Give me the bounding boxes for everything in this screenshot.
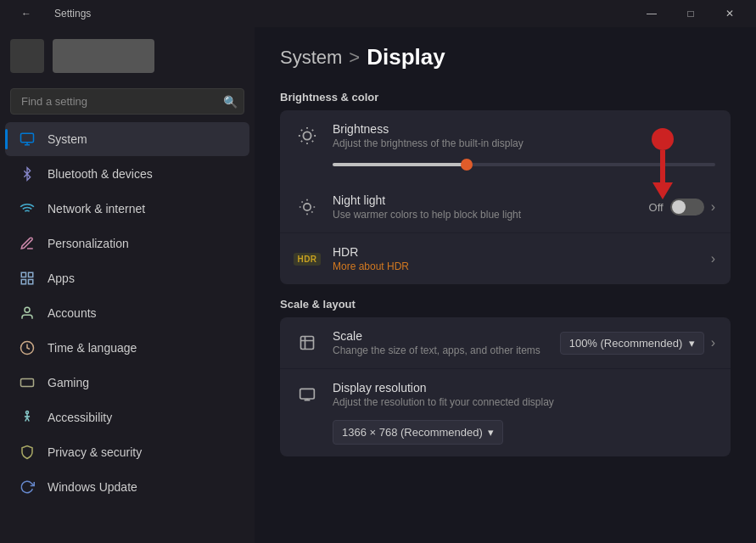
svg-point-21	[304, 204, 311, 210]
night-light-title: Night light	[333, 193, 636, 207]
brightness-slider-row	[280, 153, 731, 182]
brightness-subtitle: Adjust the brightness of the built-in di…	[333, 137, 715, 149]
sidebar-item-label: Windows Update	[48, 480, 137, 494]
avatar-small	[10, 39, 44, 73]
sidebar-item-personalization[interactable]: Personalization	[5, 227, 249, 260]
resolution-row-header: Display resolution Adjust the resolution…	[280, 369, 731, 420]
night-light-control: Off ›	[649, 199, 715, 216]
sidebar-item-label: Apps	[48, 272, 75, 285]
svg-line-25	[311, 211, 312, 212]
sidebar-item-accounts[interactable]: Accounts	[5, 296, 249, 330]
scale-title: Scale	[333, 329, 546, 343]
brightness-slider-thumb[interactable]	[461, 159, 473, 171]
resolution-row: Display resolution Adjust the resolution…	[280, 369, 731, 445]
accessibility-icon	[19, 409, 36, 426]
brightness-slider-track[interactable]	[333, 163, 715, 166]
hdr-badge: HDR	[294, 253, 320, 266]
svg-point-8	[26, 411, 29, 414]
brightness-slider-container[interactable]	[333, 163, 715, 166]
resolution-dropdown-arrow: ▾	[488, 426, 494, 439]
svg-point-5	[25, 307, 30, 312]
svg-rect-1	[21, 272, 25, 277]
sidebar-item-label: Personalization	[48, 237, 129, 250]
scale-dropdown[interactable]: 100% (Recommended) ▾	[560, 332, 704, 355]
sidebar-item-privacy[interactable]: Privacy & security	[5, 435, 249, 469]
main-container: 🔍 System Bluetooth & devi	[0, 27, 756, 543]
night-light-subtitle: Use warmer colors to help block blue lig…	[333, 209, 636, 221]
sidebar-item-gaming[interactable]: Gaming	[5, 366, 249, 400]
scale-control: 100% (Recommended) ▾ ›	[560, 332, 715, 355]
resolution-dropdown[interactable]: 1366 × 768 (Recommended) ▾	[333, 420, 503, 445]
sidebar-item-accessibility[interactable]: Accessibility	[5, 400, 249, 434]
svg-rect-4	[29, 280, 33, 284]
sidebar-profile	[0, 27, 255, 85]
sidebar-item-update[interactable]: Windows Update	[5, 470, 249, 504]
toggle-knob	[672, 200, 686, 214]
scale-chevron[interactable]: ›	[711, 335, 715, 350]
night-light-chevron[interactable]: ›	[711, 199, 715, 215]
night-light-row: Night light Use warmer colors to help bl…	[280, 182, 731, 233]
network-icon	[19, 200, 36, 217]
svg-line-24	[302, 202, 303, 203]
night-light-toggle[interactable]	[670, 199, 704, 216]
minimize-button[interactable]: —	[632, 0, 671, 27]
scale-card: Scale Change the size of text, apps, and…	[280, 317, 731, 456]
apps-icon	[19, 270, 36, 287]
breadcrumb-current: Display	[367, 44, 445, 70]
sidebar-item-apps[interactable]: Apps	[5, 261, 249, 295]
privacy-icon	[19, 444, 36, 461]
scale-text: Scale Change the size of text, apps, and…	[333, 329, 546, 356]
brightness-text: Brightness Adjust the brightness of the …	[333, 122, 715, 149]
titlebar-title: Settings	[54, 8, 91, 20]
maximize-button[interactable]: □	[671, 0, 710, 27]
sidebar-item-bluetooth[interactable]: Bluetooth & devices	[5, 157, 249, 191]
update-icon	[19, 479, 36, 495]
resolution-icon	[295, 383, 319, 406]
breadcrumb: System > Display	[280, 44, 731, 70]
content-area: System > Display Brightness & color	[255, 27, 756, 543]
breadcrumb-parent[interactable]: System	[280, 47, 342, 69]
brightness-row: Brightness Adjust the brightness of the …	[280, 110, 731, 182]
hdr-subtitle[interactable]: More about HDR	[333, 260, 697, 272]
titlebar-controls: — □ ✕	[632, 0, 749, 27]
sidebar: 🔍 System Bluetooth & devi	[0, 27, 255, 543]
avatar-large	[53, 39, 154, 73]
svg-rect-2	[29, 272, 33, 277]
svg-rect-29	[300, 389, 315, 399]
close-button[interactable]: ✕	[710, 0, 749, 27]
hdr-chevron[interactable]: ›	[711, 251, 715, 266]
sidebar-item-label: Network & internet	[48, 202, 145, 216]
accounts-icon	[19, 305, 36, 322]
svg-line-17	[312, 130, 313, 131]
hdr-row[interactable]: HDR HDR More about HDR ›	[280, 233, 731, 284]
search-input[interactable]	[10, 88, 244, 115]
back-button[interactable]: ←	[7, 0, 46, 27]
sidebar-search: 🔍	[10, 88, 244, 115]
svg-line-16	[301, 141, 302, 142]
svg-rect-3	[21, 280, 25, 284]
night-light-toggle-label: Off	[649, 201, 664, 214]
bluetooth-icon	[19, 165, 36, 182]
scale-subtitle: Change the size of text, apps, and other…	[333, 344, 546, 356]
svg-rect-0	[21, 133, 34, 143]
sidebar-item-label: Accessibility	[48, 411, 112, 424]
personalization-icon	[19, 235, 36, 252]
brightness-slider-fill	[333, 163, 467, 166]
titlebar: ← Settings — □ ✕	[0, 0, 756, 27]
titlebar-left: ← Settings	[7, 0, 91, 27]
svg-line-13	[312, 141, 313, 142]
section-title-scale: Scale & layout	[280, 298, 731, 311]
sidebar-item-label: Privacy & security	[48, 445, 142, 459]
sidebar-item-label: Time & language	[48, 341, 137, 355]
sidebar-item-system[interactable]: System	[5, 122, 249, 156]
sidebar-item-label: Accounts	[48, 306, 97, 320]
sidebar-item-network[interactable]: Network & internet	[5, 192, 249, 226]
brightness-card: Brightness Adjust the brightness of the …	[280, 110, 731, 284]
gaming-icon	[19, 374, 36, 391]
content-wrapper: System > Display Brightness & color	[280, 44, 731, 456]
resolution-subtitle: Adjust the resolution to fit your connec…	[333, 396, 715, 408]
night-light-text: Night light Use warmer colors to help bl…	[333, 193, 636, 221]
section-title-brightness: Brightness & color	[280, 91, 731, 104]
search-icon[interactable]: 🔍	[223, 95, 238, 109]
sidebar-item-time[interactable]: Time & language	[5, 331, 249, 365]
